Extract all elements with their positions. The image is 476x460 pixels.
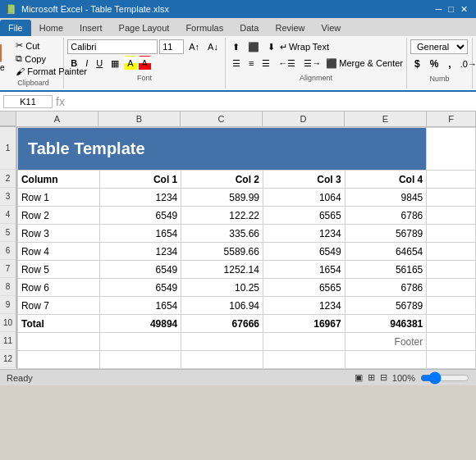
- tab-data[interactable]: Data: [231, 20, 267, 36]
- cell-e7[interactable]: 56165: [345, 261, 427, 279]
- tab-file[interactable]: File: [0, 20, 31, 36]
- cell-e8[interactable]: 6786: [345, 279, 427, 297]
- border-button[interactable]: ▦: [108, 56, 122, 71]
- tab-review[interactable]: Review: [267, 20, 313, 36]
- tab-page-layout[interactable]: Page Layout: [111, 20, 178, 36]
- cell-a10[interactable]: Total: [17, 315, 99, 333]
- align-top-button[interactable]: ⬆: [229, 39, 243, 54]
- cell-a7[interactable]: Row 5: [17, 261, 99, 279]
- paste-button[interactable]: 📋 Paste: [0, 39, 11, 77]
- cell-d11[interactable]: [263, 333, 345, 351]
- cell-c12[interactable]: [181, 351, 263, 369]
- page-layout-icon[interactable]: ⊞: [368, 372, 375, 383]
- cell-d12[interactable]: [263, 351, 345, 369]
- cell-c6[interactable]: 5589.66: [181, 243, 263, 261]
- increase-decimal-button[interactable]: .0→: [457, 57, 476, 71]
- normal-view-icon[interactable]: ▣: [355, 372, 363, 383]
- cell-c2[interactable]: Col 2: [181, 171, 263, 189]
- close-btn[interactable]: ✕: [460, 4, 468, 15]
- col-header-f[interactable]: F: [427, 112, 476, 126]
- font-shrink-button[interactable]: A↓: [204, 39, 222, 54]
- cell-f10[interactable]: [427, 315, 476, 333]
- cell-a9[interactable]: Row 7: [17, 297, 99, 315]
- col-header-a[interactable]: A: [16, 112, 98, 126]
- cell-e11[interactable]: Footer: [345, 333, 427, 351]
- font-color-button[interactable]: A: [139, 56, 151, 71]
- col-header-b[interactable]: B: [98, 112, 181, 126]
- cell-e10[interactable]: 946381: [345, 315, 427, 333]
- percent-button[interactable]: %: [426, 57, 443, 71]
- page-break-icon[interactable]: ⊟: [380, 372, 387, 383]
- comma-button[interactable]: ,: [444, 57, 455, 71]
- cell-d9[interactable]: 1234: [263, 297, 345, 315]
- cell-d6[interactable]: 6549: [263, 243, 345, 261]
- decrease-indent-button[interactable]: ←☰: [275, 56, 299, 71]
- number-format-select[interactable]: General: [410, 39, 468, 54]
- align-center-button[interactable]: ≡: [245, 56, 257, 71]
- increase-indent-button[interactable]: ☰→: [300, 56, 324, 71]
- minimize-btn[interactable]: ─: [436, 4, 442, 14]
- row-num-6[interactable]: 6: [0, 242, 16, 260]
- zoom-slider[interactable]: [420, 373, 469, 383]
- row-num-10[interactable]: 10: [0, 314, 16, 332]
- cell-a11[interactable]: [17, 333, 99, 351]
- font-grow-button[interactable]: A↑: [185, 39, 203, 54]
- cell-b8[interactable]: 6549: [99, 279, 181, 297]
- cell-d4[interactable]: 6565: [263, 207, 345, 225]
- underline-button[interactable]: U: [93, 56, 106, 71]
- cell-f3[interactable]: [427, 189, 476, 207]
- col-header-e[interactable]: E: [345, 112, 427, 126]
- align-left-button[interactable]: ☰: [229, 56, 244, 71]
- cell-d10[interactable]: 16967: [263, 315, 345, 333]
- row-num-2[interactable]: 2: [0, 170, 16, 188]
- cell-e12[interactable]: [345, 351, 427, 369]
- cell-c9[interactable]: 106.94: [181, 297, 263, 315]
- cell-c8[interactable]: 10.25: [181, 279, 263, 297]
- cell-reference-input[interactable]: [3, 95, 53, 108]
- font-size-input[interactable]: [159, 39, 184, 54]
- dollar-button[interactable]: $: [410, 57, 424, 71]
- row-num-11[interactable]: 11: [0, 332, 16, 350]
- cell-f11[interactable]: [427, 333, 476, 351]
- cell-d2[interactable]: Col 3: [263, 171, 345, 189]
- table-title-cell[interactable]: Table Template: [17, 128, 426, 171]
- cell-e5[interactable]: 56789: [345, 225, 427, 243]
- align-bottom-button[interactable]: ⬇: [264, 39, 278, 54]
- cell-c4[interactable]: 122.22: [181, 207, 263, 225]
- cell-d7[interactable]: 1654: [263, 261, 345, 279]
- cell-c10[interactable]: 67666: [181, 315, 263, 333]
- cell-f5[interactable]: [427, 225, 476, 243]
- maximize-btn[interactable]: □: [448, 4, 454, 14]
- cell-b4[interactable]: 6549: [99, 207, 181, 225]
- cell-b9[interactable]: 1654: [99, 297, 181, 315]
- formula-input[interactable]: [68, 96, 473, 107]
- row-num-1[interactable]: 1: [0, 127, 16, 170]
- row-num-9[interactable]: 9: [0, 296, 16, 314]
- cell-e2[interactable]: Col 4: [345, 171, 427, 189]
- cell-b3[interactable]: 1234: [99, 189, 181, 207]
- cell-f6[interactable]: [427, 243, 476, 261]
- col-header-c[interactable]: C: [181, 112, 263, 126]
- tab-insert[interactable]: Insert: [71, 20, 111, 36]
- cell-a3[interactable]: Row 1: [17, 189, 99, 207]
- cell-f9[interactable]: [427, 297, 476, 315]
- col-header-d[interactable]: D: [263, 112, 345, 126]
- wrap-text-button[interactable]: ↵ Wrap Text: [280, 42, 329, 52]
- cell-f8[interactable]: [427, 279, 476, 297]
- cell-b12[interactable]: [99, 351, 181, 369]
- bold-button[interactable]: B: [67, 56, 80, 71]
- cell-f12[interactable]: [427, 351, 476, 369]
- cell-a12[interactable]: [17, 351, 99, 369]
- cell-c5[interactable]: 335.66: [181, 225, 263, 243]
- cell-d5[interactable]: 1234: [263, 225, 345, 243]
- row-num-3[interactable]: 3: [0, 188, 16, 206]
- cell-e4[interactable]: 6786: [345, 207, 427, 225]
- cell-f7[interactable]: [427, 261, 476, 279]
- cell-c3[interactable]: 589.99: [181, 189, 263, 207]
- cell-d8[interactable]: 6565: [263, 279, 345, 297]
- cell-d3[interactable]: 1064: [263, 189, 345, 207]
- italic-button[interactable]: I: [82, 56, 91, 71]
- cell-b2[interactable]: Col 1: [99, 171, 181, 189]
- align-right-button[interactable]: ☰: [259, 56, 273, 71]
- merge-center-button[interactable]: ⬛ Merge & Center: [326, 58, 403, 69]
